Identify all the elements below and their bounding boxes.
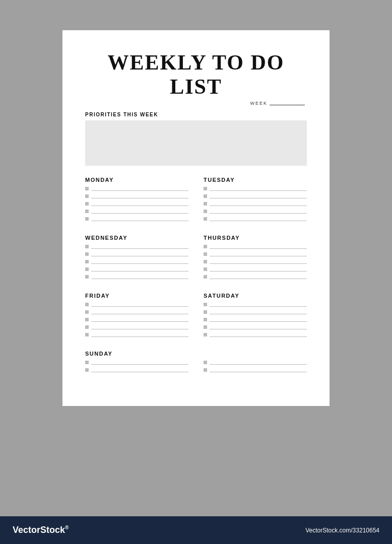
task-row [204,251,307,256]
checkbox [85,267,89,271]
checkbox [85,361,89,364]
task-line [91,209,188,214]
checkbox [85,368,89,372]
day-section-sunday: SUNDAY [85,351,188,375]
checkbox [204,245,207,248]
priorities-box[interactable] [85,120,307,166]
checkbox [85,210,89,213]
task-row [204,244,307,249]
task-row [85,309,188,314]
checkbox [204,194,207,198]
task-line [91,367,188,372]
checkbox [204,210,207,213]
page-title: WEEKLY TO DO LIST [85,50,307,99]
week-underline [270,101,305,105]
checkbox [85,187,89,190]
task-row [85,244,188,249]
task-row [85,251,188,256]
task-line [210,244,307,249]
checkbox [85,318,89,321]
day-label-monday: MONDAY [85,177,188,183]
task-row [85,324,188,329]
task-line [210,317,307,322]
task-row [204,216,307,221]
task-row [204,259,307,264]
task-line [91,186,188,191]
task-line [210,274,307,279]
task-row [85,302,188,307]
task-line [91,266,188,271]
task-row [204,332,307,337]
checkbox [204,202,207,206]
task-row [85,216,188,221]
task-row [85,209,188,214]
checkbox [85,245,89,248]
task-row [85,274,188,279]
checkbox [85,325,89,329]
task-row [204,209,307,214]
checkbox [85,310,89,314]
checkbox [204,368,207,372]
day-section-friday: FRIDAY [85,293,188,339]
task-line [91,251,188,256]
checkbox [204,275,207,279]
task-row [204,317,307,322]
task-line [210,324,307,329]
checkbox [85,194,89,198]
task-row [204,193,307,198]
task-row [204,266,307,271]
task-row [204,186,307,191]
day-section-thursday: THURSDAY [204,235,307,282]
days-grid: MONDAY TUESDAY WEDNESDAY THURSDA [85,177,307,351]
checkbox [204,333,207,336]
checkbox [204,361,207,364]
task-row [204,201,307,206]
task-line [210,309,307,314]
checkbox [85,202,89,206]
task-row [85,201,188,206]
task-line [210,259,307,264]
checkbox [85,260,89,263]
task-line [210,186,307,191]
day-label-thursday: THURSDAY [204,235,307,241]
checkbox [85,303,89,306]
task-line [91,360,188,365]
task-line [91,317,188,322]
task-line [210,332,307,337]
checkbox [204,325,207,329]
checkbox [204,187,207,190]
task-line [210,302,307,307]
checkbox [85,333,89,336]
week-line: WEEK [85,101,307,106]
task-row [85,360,188,365]
day-label-saturday: SATURDAY [204,293,307,299]
checkbox [204,267,207,271]
task-row [204,324,307,329]
day-label-sunday-right [204,351,307,357]
week-label: WEEK [250,101,268,106]
task-line [210,360,307,365]
checkbox [204,260,207,263]
checkbox [85,217,89,221]
task-line [210,201,307,206]
task-line [91,259,188,264]
day-section-monday: MONDAY [85,177,188,224]
task-row [204,360,307,365]
task-row [204,309,307,314]
day-section-saturday: SATURDAY [204,293,307,339]
task-row [204,302,307,307]
task-line [210,216,307,221]
checkbox [204,252,207,256]
task-row [85,367,188,372]
task-line [210,209,307,214]
task-line [91,302,188,307]
priorities-label: PRIORITIES THIS WEEK [85,112,307,117]
day-label-wednesday: WEDNESDAY [85,235,188,241]
document-page: WEEKLY TO DO LIST WEEK PRIORITIES THIS W… [62,30,330,406]
task-row [85,266,188,271]
task-line [210,367,307,372]
checkbox [85,275,89,279]
task-line [91,324,188,329]
footer-logo: VectorStock® [13,525,69,535]
task-row [85,259,188,264]
